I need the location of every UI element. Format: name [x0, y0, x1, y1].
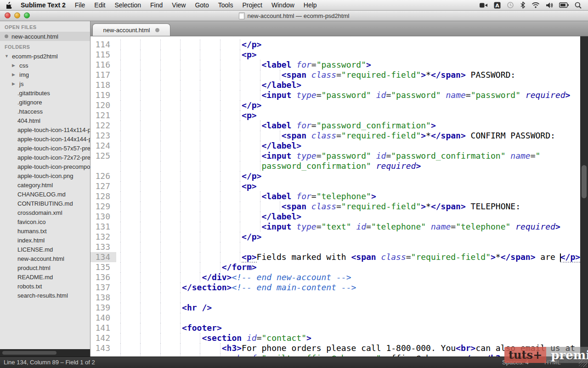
code-text[interactable]: </p>	[116, 40, 261, 50]
menu-edit[interactable]: Edit	[90, 1, 110, 9]
code-text[interactable]: <span class="required-field">*</span> TE…	[116, 201, 520, 212]
zoom-button[interactable]	[24, 12, 30, 18]
line-number[interactable]: 142	[90, 333, 116, 343]
code-text[interactable]: <section id="contact">	[116, 333, 311, 343]
sidebar-item-gitattributes[interactable]: .gitattributes	[0, 88, 90, 98]
disclosure-triangle-icon[interactable]: ▶	[12, 81, 17, 86]
line-number[interactable]: 119	[90, 90, 116, 100]
line-number[interactable]: 129	[90, 201, 116, 212]
code-text[interactable]: <label for="telephone">	[116, 191, 376, 201]
code-text[interactable]: <a href="mailto:office@shop.com">office@…	[116, 353, 506, 356]
code-text[interactable]: </p>	[116, 232, 261, 242]
line-number[interactable]: 128	[90, 191, 116, 201]
line-number[interactable]: 136	[90, 272, 116, 282]
menu-project[interactable]: Project	[237, 1, 267, 9]
code-text[interactable]: </form>	[116, 262, 257, 272]
open-file-new-account[interactable]: new-account.html	[0, 32, 90, 41]
line-number[interactable]: 134	[90, 252, 116, 262]
code-text[interactable]: <input type="text" id="telephone" name="…	[116, 222, 560, 232]
menu-goto[interactable]: Goto	[190, 1, 213, 9]
code-text[interactable]: </section><!-- end main-content -->	[116, 282, 356, 293]
volume-icon[interactable]	[546, 2, 553, 9]
sidebar-item-changelog-md[interactable]: CHANGELOG.md	[0, 190, 90, 199]
sidebar-item-apple-touch-icon-72x72-pre[interactable]: apple-touch-icon-72x72-pre	[0, 153, 90, 162]
line-number[interactable]: 116	[90, 60, 116, 70]
close-button[interactable]	[5, 12, 11, 18]
spotlight-icon[interactable]	[575, 2, 582, 9]
line-number[interactable]: 143	[90, 343, 116, 353]
code-text[interactable]	[116, 242, 242, 252]
menu-sublime-text-2[interactable]: Sublime Text 2	[16, 1, 70, 9]
code-text[interactable]: password_confirmation" required>	[116, 161, 421, 171]
screen-recording-icon[interactable]	[479, 2, 488, 9]
sidebar-item-contributing-md[interactable]: CONTRIBUTING.md	[0, 199, 90, 208]
line-number[interactable]	[90, 353, 116, 356]
time-machine-icon[interactable]	[507, 1, 514, 9]
sidebar-item-htaccess[interactable]: .htaccess	[0, 107, 90, 116]
minimize-button[interactable]	[14, 12, 20, 18]
sidebar-item-new-account-html[interactable]: new-account.html	[0, 254, 90, 263]
line-number[interactable]: 120	[90, 100, 116, 110]
sidebar-item-apple-touch-icon-precompos[interactable]: apple-touch-icon-precompos	[0, 162, 90, 171]
code-text[interactable]: <p>	[116, 181, 257, 191]
code-text[interactable]	[116, 293, 182, 303]
code-text[interactable]: <span class="required-field">*</span> CO…	[116, 131, 555, 141]
disclosure-triangle-icon[interactable]: ▼	[5, 54, 10, 58]
code-text[interactable]: </p>	[116, 100, 261, 110]
sidebar-item-js[interactable]: ▶js	[0, 79, 90, 88]
line-number[interactable]: 132	[90, 232, 116, 242]
menu-help[interactable]: Help	[299, 1, 322, 9]
line-number[interactable]: 138	[90, 293, 116, 303]
sidebar-item-readme-md[interactable]: README.md	[0, 272, 90, 282]
line-number[interactable]: 139	[90, 303, 116, 313]
line-number[interactable]: 123	[90, 131, 116, 141]
code-text[interactable]: <span class="required-field">*</span> PA…	[116, 70, 515, 80]
sidebar-item-css[interactable]: ▶css	[0, 61, 90, 70]
line-number[interactable]: 135	[90, 262, 116, 272]
line-number[interactable]: 125	[90, 151, 116, 161]
code-text[interactable]: </div><!-- end new-account -->	[116, 272, 351, 282]
line-number[interactable]: 121	[90, 110, 116, 121]
line-number[interactable]: 133	[90, 242, 116, 252]
tab-new-account[interactable]: new-account.html	[92, 23, 170, 36]
line-number[interactable]: 115	[90, 50, 116, 60]
code-text[interactable]: </label>	[116, 80, 301, 90]
code-text[interactable]: </label>	[116, 141, 301, 151]
sidebar-hscrollbar[interactable]	[0, 349, 90, 356]
sidebar-item-apple-touch-icon-144x144-p[interactable]: apple-touch-icon-144x144-p	[0, 134, 90, 144]
menu-selection[interactable]: Selection	[110, 1, 146, 9]
line-number[interactable]: 126	[90, 171, 116, 181]
title-bar[interactable]: new-account.html — ecomm-psd2html	[0, 11, 588, 21]
code-text[interactable]: <p>Fields marked with <span class="requi…	[116, 252, 580, 262]
sidebar-item-license-md[interactable]: LICENSE.md	[0, 245, 90, 254]
line-number[interactable]: 140	[90, 313, 116, 323]
line-number[interactable]: 130	[90, 212, 116, 222]
code-text[interactable]: <input type="password" id="password" nam…	[116, 90, 570, 100]
editor-vscrollbar-thumb[interactable]	[582, 165, 587, 198]
code-text[interactable]: <p>	[116, 110, 257, 121]
line-number[interactable]: 137	[90, 282, 116, 293]
code-area[interactable]: 114 </p>115 <p>116 <label for="password"…	[90, 36, 588, 356]
line-number[interactable]: 141	[90, 323, 116, 333]
code-text[interactable]: <footer>	[116, 323, 222, 333]
menu-find[interactable]: Find	[146, 1, 167, 9]
line-number[interactable]: 122	[90, 121, 116, 131]
line-number[interactable]: 114	[90, 40, 116, 50]
wifi-icon[interactable]	[531, 2, 540, 8]
bluetooth-icon[interactable]	[520, 1, 526, 9]
disclosure-triangle-icon[interactable]: ▶	[12, 72, 17, 77]
code-text[interactable]: <p>	[116, 50, 257, 60]
line-number[interactable]: 124	[90, 141, 116, 151]
line-number[interactable]	[90, 161, 116, 171]
line-number[interactable]: 127	[90, 181, 116, 191]
code-text[interactable]: <hr />	[116, 303, 212, 313]
code-text[interactable]: <input type="password" id="password_conf…	[116, 151, 540, 161]
code-text[interactable]: </p>	[116, 171, 261, 181]
sidebar-item-robots-txt[interactable]: robots.txt	[0, 282, 90, 291]
menu-view[interactable]: View	[167, 1, 190, 9]
sidebar-item-apple-touch-icon-57x57-pre[interactable]: apple-touch-icon-57x57-pre	[0, 144, 90, 153]
code-text[interactable]	[116, 313, 182, 323]
sidebar-item-ecomm-psd2html[interactable]: ▼ecomm-psd2html	[0, 52, 90, 61]
sidebar-item-apple-touch-icon-114x114-p[interactable]: apple-touch-icon-114x114-p	[0, 125, 90, 134]
apple-menu-icon[interactable]	[6, 2, 12, 9]
